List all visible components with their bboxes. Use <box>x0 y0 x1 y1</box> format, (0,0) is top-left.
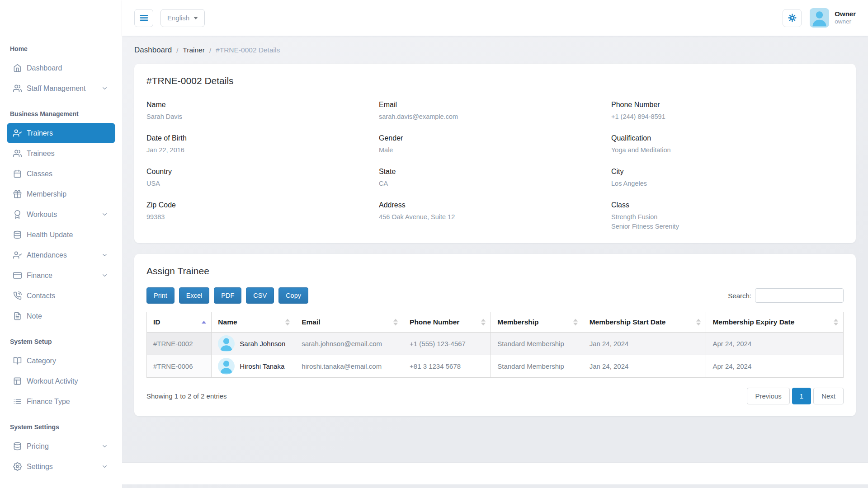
sidebar-section-system-settings: System Settings <box>0 423 122 431</box>
user-check-icon <box>13 251 22 259</box>
cell-membership-start: Jan 24, 2024 <box>583 355 706 378</box>
cell-membership-start: Jan 24, 2024 <box>583 333 706 355</box>
column-header-phone[interactable]: Phone Number <box>403 312 491 333</box>
page-1-button[interactable]: 1 <box>792 388 811 404</box>
sidebar-item-attendances[interactable]: Attendances <box>7 245 115 265</box>
sidebar-item-category[interactable]: Category <box>7 351 115 371</box>
trainee-avatar <box>218 335 235 352</box>
field-email: Email sarah.davis@example.com <box>379 101 611 122</box>
next-page-button[interactable]: Next <box>813 388 844 404</box>
chevron-down-icon <box>101 443 108 450</box>
field-phone-number: Phone Number +1 (244) 894-8591 <box>611 101 844 122</box>
sidebar-item-note[interactable]: Note <box>7 306 115 326</box>
sort-both-icon <box>285 319 290 326</box>
field-address: Address 456 Oak Avenue, Suite 12 <box>379 201 611 231</box>
search-input[interactable] <box>755 288 844 303</box>
column-header-membership-expiry[interactable]: Membership Expiry Date <box>706 312 844 333</box>
csv-button[interactable]: CSV <box>246 287 274 304</box>
sidebar-toggle-button[interactable] <box>134 9 153 27</box>
chevron-down-icon <box>101 463 108 470</box>
chevron-down-icon <box>101 85 108 92</box>
gear-icon <box>788 13 797 23</box>
breadcrumb-trainer[interactable]: Trainer <box>183 46 205 54</box>
page-content: Dashboard / Trainer / #TRNE-0002 Details… <box>122 36 868 463</box>
column-header-membership[interactable]: Membership <box>491 312 583 333</box>
field-gender: Gender Male <box>379 134 611 155</box>
database-icon <box>13 442 22 450</box>
pagination: Previous 1 Next <box>747 388 844 404</box>
pdf-button[interactable]: PDF <box>214 287 241 304</box>
language-dropdown[interactable]: English <box>160 9 205 27</box>
cell-membership: Standard Membership <box>491 355 583 378</box>
details-card-title: #TRNE-0002 Details <box>146 75 844 86</box>
sidebar-item-settings[interactable]: Settings <box>7 456 115 477</box>
sidebar-item-trainers[interactable]: Trainers <box>7 123 115 143</box>
gift-icon <box>13 190 22 198</box>
cell-membership-expiry: Apr 24, 2024 <box>706 355 844 378</box>
sidebar-section-business-management: Business Management <box>0 110 122 117</box>
assign-card-title: Assign Trainee <box>146 266 844 277</box>
sidebar-item-finance[interactable]: Finance <box>7 265 115 286</box>
print-button[interactable]: Print <box>146 287 175 304</box>
chevron-down-icon <box>101 211 108 218</box>
sidebar-item-classes[interactable]: Classes <box>7 164 115 184</box>
home-icon <box>13 64 22 72</box>
topbar: English Owner owner <box>122 0 868 36</box>
person-icon <box>218 335 235 352</box>
field-city: City Los Angeles <box>611 168 844 188</box>
sidebar-item-contacts[interactable]: Contacts <box>7 286 115 306</box>
table-row[interactable]: #TRNE-0006 Hiroshi Tanaka hiroshi.tanaka… <box>147 355 844 378</box>
table-row[interactable]: #TRNE-0002 Sarah Johnson sarah.johnson@e… <box>147 333 844 355</box>
cell-phone: +1 (555) 123-4567 <box>403 333 491 355</box>
table-header-row: ID Name Email Phone Number <box>147 312 844 333</box>
field-zip-code: Zip Code 99383 <box>146 201 379 231</box>
field-date-of-birth: Date of Birth Jan 22, 2016 <box>146 134 379 155</box>
assign-trainee-card: Assign Trainee Print Excel PDF CSV Copy … <box>134 254 856 416</box>
hamburger-menu-icon <box>139 13 149 23</box>
excel-button[interactable]: Excel <box>179 287 209 304</box>
sort-both-icon <box>573 319 578 326</box>
sidebar-item-workout-activity[interactable]: Workout Activity <box>7 371 115 391</box>
field-country: Country USA <box>146 168 379 188</box>
person-icon <box>218 358 235 375</box>
cell-email: sarah.johnson@email.com <box>295 333 403 355</box>
sidebar-item-workouts[interactable]: Workouts <box>7 204 115 225</box>
database-icon <box>13 230 22 239</box>
sidebar-item-staff-management[interactable]: Staff Management <box>7 78 115 99</box>
chevron-down-icon <box>101 252 108 258</box>
breadcrumb: Dashboard / Trainer / #TRNE-0002 Details <box>134 46 856 55</box>
breadcrumb-separator: / <box>209 47 211 54</box>
sidebar-item-trainees[interactable]: Trainees <box>7 143 115 164</box>
book-open-icon <box>13 357 22 365</box>
cell-email: hiroshi.tanaka@email.com <box>295 355 403 378</box>
sidebar-item-membership[interactable]: Membership <box>7 184 115 204</box>
sort-both-icon <box>834 319 838 326</box>
previous-page-button[interactable]: Previous <box>747 388 789 404</box>
column-header-email[interactable]: Email <box>295 312 403 333</box>
user-info[interactable]: Owner owner <box>835 10 856 26</box>
table-toolbar: Print Excel PDF CSV Copy Search: <box>146 287 844 304</box>
sidebar: Home Dashboard Staff Management Business… <box>0 0 122 488</box>
cell-name: Hiroshi Tanaka <box>212 355 295 378</box>
sidebar-item-dashboard[interactable]: Dashboard <box>7 58 115 78</box>
cell-membership: Standard Membership <box>491 333 583 355</box>
search-label: Search: <box>728 292 751 300</box>
column-header-membership-start[interactable]: Membership Start Date <box>583 312 706 333</box>
user-check-icon <box>13 129 22 137</box>
cell-id: #TRNE-0006 <box>147 355 212 378</box>
settings-gear-button[interactable] <box>783 9 802 27</box>
sidebar-item-finance-type[interactable]: Finance Type <box>7 391 115 412</box>
page-footer <box>122 463 868 484</box>
award-icon <box>13 210 22 219</box>
caret-down-icon <box>193 17 198 19</box>
sort-both-icon <box>393 319 398 326</box>
sidebar-item-health-update[interactable]: Health Update <box>7 225 115 245</box>
sidebar-item-pricing[interactable]: Pricing <box>7 436 115 456</box>
column-header-id[interactable]: ID <box>147 312 212 333</box>
user-avatar[interactable] <box>810 8 829 28</box>
copy-button[interactable]: Copy <box>278 287 308 304</box>
layout-icon <box>13 377 22 385</box>
sort-both-icon <box>481 319 486 326</box>
column-header-name[interactable]: Name <box>212 312 295 333</box>
breadcrumb-dashboard[interactable]: Dashboard <box>134 46 172 55</box>
